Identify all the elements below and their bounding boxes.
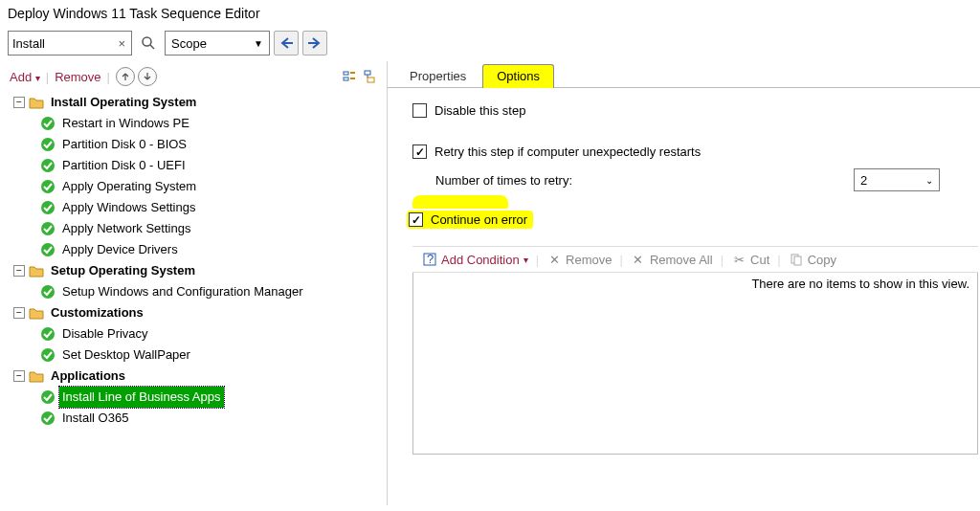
- chevron-down-icon: ▾: [35, 73, 40, 83]
- copy-button[interactable]: Copy: [785, 251, 840, 268]
- step-label: Apply Operating System: [59, 176, 199, 197]
- svg-point-12: [41, 243, 55, 256]
- remove-all-button[interactable]: ✕Remove All: [627, 251, 717, 268]
- collapse-icon[interactable]: −: [13, 307, 25, 319]
- retry-step-checkbox[interactable]: [412, 144, 427, 159]
- separator: |: [107, 70, 110, 84]
- top-toolbar: × Scope ▼: [0, 31, 980, 61]
- x-icon: ✕: [546, 252, 562, 267]
- options-body: Disable this step Retry this step if com…: [388, 88, 980, 455]
- folder-icon: [29, 264, 44, 278]
- svg-point-13: [41, 285, 55, 299]
- nav-forward-button[interactable]: [302, 31, 327, 56]
- svg-rect-3: [344, 78, 348, 80]
- nav-back-button[interactable]: [274, 31, 299, 56]
- folder-icon: [29, 369, 44, 383]
- success-icon: [40, 411, 56, 426]
- step-label: Partition Disk 0 - BIOS: [59, 134, 189, 155]
- success-icon: [40, 158, 56, 173]
- conditions-empty-text: There are no items to show in this view.: [751, 277, 969, 291]
- retry-count-select[interactable]: 2 ⌄: [854, 168, 940, 191]
- tree-group[interactable]: − Setup Operating System: [8, 260, 387, 281]
- retry-count-value: 2: [860, 173, 867, 188]
- tree-step[interactable]: Partition Disk 0 - BIOS: [8, 134, 387, 155]
- tree-step[interactable]: Apply Device Drivers: [8, 239, 387, 260]
- retry-count-row: Number of times to retry: 2 ⌄: [412, 168, 978, 191]
- tree-step-selected[interactable]: Install Line of Business Apps: [8, 387, 387, 408]
- tree-step[interactable]: Apply Operating System: [8, 176, 387, 197]
- group-label: Customizations: [48, 302, 146, 323]
- move-up-button[interactable]: [116, 67, 135, 86]
- separator: |: [46, 70, 49, 84]
- move-down-button[interactable]: [138, 67, 157, 86]
- svg-rect-21: [794, 256, 801, 265]
- copy-icon: [789, 252, 804, 267]
- svg-rect-4: [365, 71, 370, 75]
- step-label: Setup Windows and Configuration Manager: [59, 281, 305, 302]
- tree-step[interactable]: Partition Disk 0 - UEFI: [8, 155, 387, 176]
- success-icon: [40, 200, 56, 215]
- tree-step[interactable]: Apply Network Settings: [8, 218, 387, 239]
- search-input[interactable]: [12, 36, 116, 51]
- tree-group[interactable]: − Customizations: [8, 302, 387, 323]
- svg-point-17: [41, 411, 55, 425]
- tree-step[interactable]: Apply Windows Settings: [8, 197, 387, 218]
- chevron-down-icon: ▼: [254, 38, 263, 49]
- tree-step[interactable]: Set Desktop WallPaper: [8, 344, 387, 366]
- group-label: Applications: [48, 366, 128, 387]
- tree-group[interactable]: − Applications: [8, 366, 387, 387]
- tree-group[interactable]: − Install Operating System: [8, 92, 387, 113]
- continue-on-error-checkbox[interactable]: [409, 212, 423, 227]
- step-label: Apply Device Drivers: [59, 239, 181, 260]
- svg-point-14: [41, 327, 55, 341]
- tree-step[interactable]: Restart in Windows PE: [8, 113, 387, 134]
- scope-dropdown[interactable]: Scope ▼: [165, 31, 270, 56]
- remove-button[interactable]: Remove: [53, 68, 102, 86]
- step-label: Install O365: [59, 408, 131, 429]
- search-button[interactable]: [136, 31, 161, 56]
- conditions-list[interactable]: There are no items to show in this view.: [412, 273, 978, 455]
- task-tree: − Install Operating System Restart in Wi…: [0, 90, 387, 429]
- collapse-icon[interactable]: −: [13, 265, 25, 277]
- add-button[interactable]: Add ▾: [8, 68, 42, 86]
- toolbar-icon-1[interactable]: [340, 67, 359, 86]
- collapse-icon[interactable]: −: [13, 370, 25, 382]
- scope-label: Scope: [171, 36, 207, 51]
- tab-options[interactable]: Options: [482, 64, 554, 88]
- svg-rect-5: [368, 78, 374, 82]
- retry-count-label: Number of times to retry:: [435, 173, 572, 188]
- svg-point-6: [41, 117, 55, 130]
- disable-step-row: Disable this step: [412, 103, 978, 118]
- success-icon: [40, 137, 56, 152]
- success-icon: [40, 221, 56, 236]
- collapse-icon[interactable]: −: [13, 97, 25, 108]
- chevron-down-icon: ⌄: [925, 175, 933, 186]
- continue-highlight: Continue on error: [407, 211, 533, 229]
- success-icon: [40, 116, 56, 131]
- svg-point-9: [41, 180, 55, 193]
- svg-point-11: [41, 222, 55, 235]
- remove-condition-button[interactable]: ✕Remove: [543, 251, 615, 268]
- step-label: Partition Disk 0 - UEFI: [59, 155, 189, 176]
- tree-step[interactable]: Disable Privacy: [8, 323, 387, 344]
- chevron-down-icon: ▾: [523, 255, 528, 265]
- toolbar-icon-2[interactable]: [360, 67, 379, 86]
- tree-step[interactable]: Setup Windows and Configuration Manager: [8, 281, 387, 302]
- disable-step-label: Disable this step: [434, 103, 525, 118]
- cut-button[interactable]: ✂Cut: [727, 251, 773, 268]
- tree-step[interactable]: Install O365: [8, 408, 387, 429]
- success-icon: [40, 326, 56, 342]
- svg-point-7: [41, 138, 55, 151]
- continue-on-error-row: Continue on error: [407, 211, 978, 229]
- search-input-wrap: ×: [8, 31, 132, 56]
- add-condition-button[interactable]: ? Add Condition ▾: [418, 251, 532, 268]
- right-panel: Properties Options Disable this step Ret…: [388, 61, 980, 505]
- left-panel: Add ▾ | Remove | − Install Operat: [0, 61, 388, 505]
- x-icon: ✕: [631, 252, 646, 267]
- help-icon: ?: [422, 252, 437, 267]
- conditions-toolbar: ? Add Condition ▾ | ✕Remove | ✕Remove Al…: [412, 246, 978, 273]
- tab-properties[interactable]: Properties: [395, 64, 480, 88]
- disable-step-checkbox[interactable]: [412, 103, 427, 118]
- clear-search-icon[interactable]: ×: [116, 36, 127, 51]
- step-label: Disable Privacy: [59, 323, 151, 344]
